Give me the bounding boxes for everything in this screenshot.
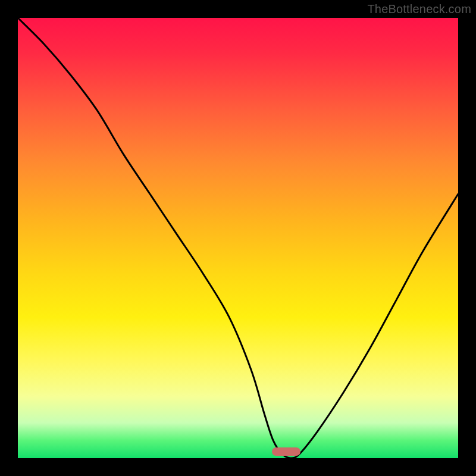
plot-area	[18, 18, 458, 458]
optimal-marker	[272, 447, 300, 456]
watermark-text: TheBottleneck.com	[367, 2, 471, 16]
curve-path	[18, 18, 458, 458]
chart-frame: TheBottleneck.com	[0, 0, 476, 476]
bottleneck-curve	[18, 18, 458, 458]
